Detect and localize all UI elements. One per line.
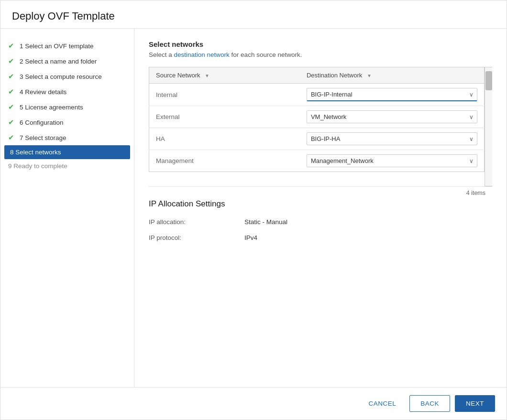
next-button[interactable]: NEXT: [455, 395, 495, 412]
dest-network-cell[interactable]: VM_Network∨: [300, 106, 485, 128]
dest-network-select[interactable]: BIG-IP-HA: [307, 132, 477, 145]
main-content: Select networks Select a destination net…: [134, 29, 507, 387]
dialog-title: Deploy OVF Template: [12, 10, 495, 22]
subtitle-text: Select a: [149, 51, 174, 58]
ip-field-value: Static - Manual: [244, 218, 287, 226]
check-icon: ✔: [8, 87, 16, 96]
section-title: Select networks: [149, 40, 492, 48]
table-scrollbar[interactable]: [485, 67, 492, 186]
deploy-ovf-dialog: Deploy OVF Template ✔1 Select an OVF tem…: [0, 0, 507, 420]
cancel-button[interactable]: CANCEL: [360, 395, 405, 412]
sidebar-label: 3 Select a compute resource: [20, 73, 102, 80]
sidebar-label: 9 Ready to complete: [8, 162, 67, 170]
check-icon: ✔: [8, 118, 16, 127]
sidebar-label: 8 Select networks: [10, 149, 61, 156]
ip-row: IP protocol:IPv4: [149, 234, 492, 241]
back-button[interactable]: BACK: [409, 395, 450, 412]
ip-fields: IP allocation:Static - ManualIP protocol…: [149, 218, 492, 241]
ip-row: IP allocation:Static - Manual: [149, 218, 492, 226]
sidebar-label: 4 Review details: [20, 88, 66, 96]
check-icon: ✔: [8, 42, 16, 50]
ip-allocation-section: IP Allocation Settings IP allocation:Sta…: [149, 199, 492, 241]
table-header-row: Source Network ▼ Destination Network ▼: [149, 67, 485, 84]
sidebar-label: 6 Configuration: [20, 119, 64, 126]
check-icon: ✔: [8, 72, 16, 81]
ip-field-label: IP allocation:: [149, 218, 244, 226]
sidebar-item-step4[interactable]: ✔4 Review details: [0, 84, 134, 99]
network-select-wrapper: BIG-IP-Internal∨: [307, 88, 477, 101]
source-network-cell: External: [149, 106, 300, 128]
check-icon: ✔: [8, 133, 16, 142]
network-select-wrapper: VM_Network∨: [307, 110, 477, 123]
col-dest-header: Destination Network ▼: [300, 67, 485, 84]
check-icon: ✔: [8, 57, 16, 65]
sidebar-item-step1[interactable]: ✔1 Select an OVF template: [0, 38, 134, 54]
sidebar-item-step7[interactable]: ✔7 Select storage: [0, 130, 134, 145]
sidebar-item-step2[interactable]: ✔2 Select a name and folder: [0, 54, 134, 69]
sidebar-label: 7 Select storage: [20, 134, 66, 141]
source-filter-icon[interactable]: ▼: [205, 73, 209, 78]
sidebar: ✔1 Select an OVF template✔2 Select a nam…: [0, 29, 134, 387]
dest-network-select[interactable]: Management_Network: [307, 154, 477, 167]
dialog-header: Deploy OVF Template: [0, 0, 507, 29]
dialog-footer: CANCEL BACK NEXT: [0, 387, 507, 420]
sidebar-label: 1 Select an OVF template: [20, 43, 94, 50]
sidebar-item-step3[interactable]: ✔3 Select a compute resource: [0, 69, 134, 84]
ip-field-value: IPv4: [244, 234, 257, 241]
dialog-body: ✔1 Select an OVF template✔2 Select a nam…: [0, 29, 507, 387]
check-icon: ✔: [8, 103, 16, 111]
sidebar-item-step6[interactable]: ✔6 Configuration: [0, 115, 134, 130]
network-select-wrapper: BIG-IP-HA∨: [307, 132, 477, 145]
table-row: HABIG-IP-HA∨: [149, 128, 485, 150]
sidebar-label: 2 Select a name and folder: [20, 58, 97, 65]
col-source-header: Source Network ▼: [149, 67, 300, 84]
table-row: ManagementManagement_Network∨: [149, 150, 485, 172]
networks-table: Source Network ▼ Destination Network ▼ I…: [149, 67, 485, 172]
table-row: ExternalVM_Network∨: [149, 106, 485, 128]
source-network-cell: Management: [149, 150, 300, 172]
dest-network-cell[interactable]: BIG-IP-Internal∨: [300, 84, 485, 106]
table-footer: 4 items: [149, 186, 492, 199]
dest-filter-icon[interactable]: ▼: [367, 73, 372, 78]
sidebar-item-step5[interactable]: ✔5 License agreements: [0, 99, 134, 115]
sidebar-label: 5 License agreements: [20, 104, 83, 111]
section-subtitle: Select a destination network for each so…: [149, 51, 492, 58]
source-network-cell: Internal: [149, 84, 300, 106]
sidebar-item-step8[interactable]: 8 Select networks: [4, 145, 130, 159]
source-network-cell: HA: [149, 128, 300, 150]
networks-table-wrapper: Source Network ▼ Destination Network ▼ I…: [149, 67, 492, 199]
ip-section-title: IP Allocation Settings: [149, 199, 492, 209]
table-scroll-area: Source Network ▼ Destination Network ▼ I…: [149, 67, 492, 186]
table-row: InternalBIG-IP-Internal∨: [149, 84, 485, 106]
dest-network-cell[interactable]: BIG-IP-HA∨: [300, 128, 485, 150]
dest-network-select[interactable]: BIG-IP-Internal: [307, 88, 477, 101]
sidebar-item-step9: 9 Ready to complete: [0, 159, 134, 173]
network-select-wrapper: Management_Network∨: [307, 154, 477, 167]
subtitle-link[interactable]: destination network: [174, 51, 230, 58]
ip-field-label: IP protocol:: [149, 234, 244, 241]
dest-network-select[interactable]: VM_Network: [307, 110, 477, 123]
dest-network-cell[interactable]: Management_Network∨: [300, 150, 485, 172]
